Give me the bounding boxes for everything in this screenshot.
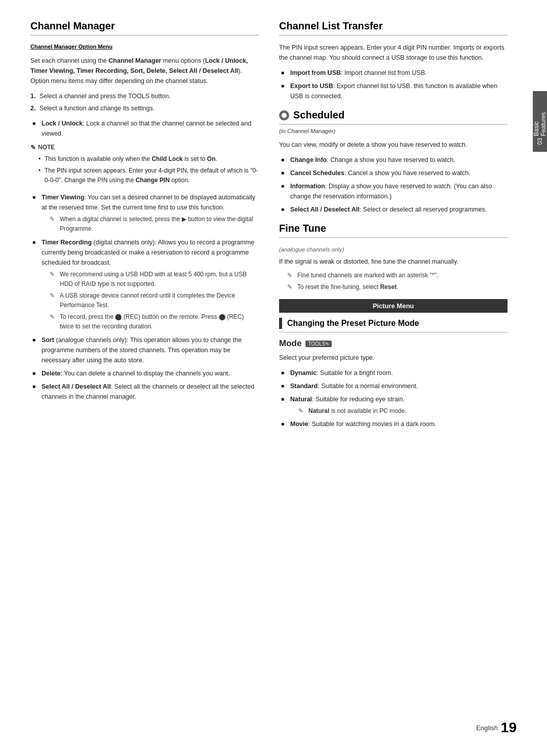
scheduled-section-header: Scheduled	[279, 109, 507, 124]
timer-viewing-note: When a digital channel is selected, pres…	[50, 215, 259, 234]
mode-label: Mode	[279, 339, 301, 349]
delete-item: Delete: You can delete a channel to disp…	[30, 368, 259, 379]
natural-mode: Natural: Suitable for reducing eye strai…	[279, 394, 507, 416]
select-all-item: Select All / Deselect All: Select all th…	[30, 382, 259, 402]
left-column: Channel Manager Channel Manager Option M…	[30, 20, 259, 726]
right-column: Channel List Transfer The PIN input scre…	[279, 20, 507, 726]
mode-bullets: Dynamic: Suitable for a bright room. Sta…	[279, 368, 507, 429]
note-1: This function is available only when the…	[38, 154, 259, 164]
natural-note: Natural is not available in PC mode.	[298, 406, 507, 416]
changing-preset-header: Changing the Preset Picture Mode	[279, 318, 507, 332]
note-box: NOTE This function is available only whe…	[30, 144, 259, 186]
in-channel-manager: (in Channel Manager)	[279, 127, 507, 136]
select-deselect-all: Select All / Deselect All: Select or des…	[279, 204, 507, 215]
footer-text: English	[476, 724, 498, 732]
change-info: Change Info: Change a show you have rese…	[279, 155, 507, 165]
timer-rec-note3: To record, press the ⬤ (REC) button on t…	[50, 312, 259, 331]
lock-unlock-list: Lock / Unlock: Lock a channel so that th…	[30, 118, 259, 139]
information: Information: Display a show you have res…	[279, 181, 507, 201]
channel-list-transfer-title: Channel List Transfer	[279, 20, 507, 35]
side-tab-number: 03	[536, 138, 543, 145]
import-from-usb: Import from USB: Import channel list fro…	[279, 68, 507, 78]
timer-viewing-list: Timer Viewing: You can set a desired cha…	[30, 192, 259, 402]
tools-badge: TOOLS✎	[305, 341, 332, 347]
notes-list: This function is available only when the…	[38, 154, 259, 186]
cancel-schedules: Cancel Schedules: Cancel a show you have…	[279, 168, 507, 178]
channel-list-intro: The PIN input screen appears. Enter your…	[279, 43, 507, 63]
picture-menu-banner: Picture Menu	[279, 299, 507, 313]
note-title: NOTE	[30, 144, 259, 151]
channel-list-bullets: Import from USB: Import channel list fro…	[279, 68, 507, 101]
timer-rec-note1: We recommend using a USB HDD with at lea…	[50, 270, 259, 289]
timer-rec-note2: A USB storage device cannot record until…	[50, 291, 259, 310]
scheduled-title: Scheduled	[293, 109, 344, 121]
export-to-usb: Export to USB: Export channel list to US…	[279, 81, 507, 101]
side-tab-label: Basic Features	[533, 98, 547, 136]
page-footer: English 19	[476, 720, 517, 736]
timer-recording-item: Timer Recording (digital channels only):…	[30, 237, 259, 332]
fine-tune-title: Fine Tune	[279, 223, 507, 238]
channel-manager-option-title: Channel Manager Option Menu	[30, 43, 259, 52]
left-bar-icon	[279, 318, 282, 329]
timer-viewing-item: Timer Viewing: You can set a desired cha…	[30, 192, 259, 234]
fine-tune-sub2: To reset the fine-tuning, select Reset.	[287, 282, 507, 292]
scheduled-bullets: Change Info: Change a show you have rese…	[279, 155, 507, 215]
note-2: The PIN input screen appears. Enter your…	[38, 166, 259, 185]
side-tab: 03 Basic Features	[533, 91, 547, 152]
changing-preset-title: Changing the Preset Picture Mode	[287, 319, 419, 328]
mode-intro: Select your preferred picture type.	[279, 353, 507, 363]
main-content: Channel Manager Channel Manager Option M…	[0, 0, 533, 756]
fine-tune-intro: If the signal is weak or distorted, fine…	[279, 257, 507, 267]
scheduled-intro: You can view, modify or delete a show yo…	[279, 140, 507, 150]
page-wrapper: 03 Basic Features Channel Manager Channe…	[0, 0, 547, 756]
dynamic-mode: Dynamic: Suitable for a bright room.	[279, 368, 507, 378]
movie-mode: Movie: Suitable for watching movies in a…	[279, 419, 507, 429]
mode-title-row: Mode TOOLS✎	[279, 339, 507, 349]
scheduled-icon	[279, 110, 289, 120]
standard-mode: Standard: Suitable for a normal environm…	[279, 381, 507, 391]
steps-list: 1. Select a channel and press the TOOLS …	[30, 91, 259, 113]
scheduled-icon-inner	[282, 113, 287, 118]
fine-tune-note: (analogue channels only)	[279, 245, 507, 254]
lock-unlock-item: Lock / Unlock: Lock a channel so that th…	[30, 118, 259, 139]
footer-number: 19	[501, 720, 517, 736]
step-2: 2. Select a function and change its sett…	[30, 103, 259, 113]
sort-item: Sort (analogue channels only): This oper…	[30, 335, 259, 365]
step-1: 1. Select a channel and press the TOOLS …	[30, 91, 259, 101]
channel-manager-intro: Set each channel using the Channel Manag…	[30, 56, 259, 86]
fine-tune-sub1: Fine tuned channels are marked with an a…	[287, 271, 507, 280]
channel-manager-title: Channel Manager	[30, 20, 259, 35]
